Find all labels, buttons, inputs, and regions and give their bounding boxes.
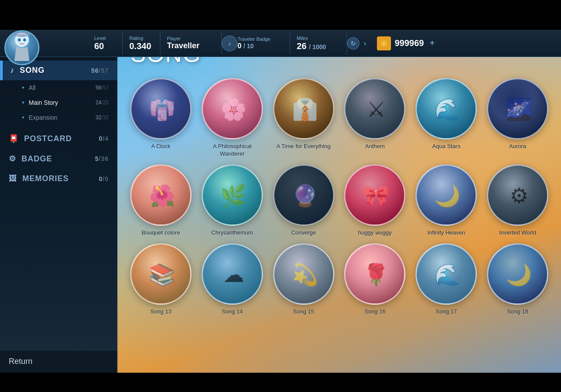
traveler-badge-value: 0 / 10 bbox=[238, 42, 281, 50]
postcard-nav-label: POSTCARD bbox=[24, 134, 72, 143]
memories-nav-count: 0/0 bbox=[99, 175, 109, 182]
song-name-anthem: Anthem bbox=[365, 143, 385, 150]
traveler-badge-label: Traveler Badge bbox=[238, 36, 281, 42]
song-circle-row3-6: 🌙 bbox=[487, 243, 548, 305]
song-circle-infinity: 🌙 bbox=[415, 164, 477, 226]
sidebar-item-badge[interactable]: ⚙ BADGE 5/36 bbox=[0, 149, 117, 169]
svg-text:🔮: 🔮 bbox=[292, 183, 318, 208]
song-item-huggy[interactable]: 🎀 huggy wuggy bbox=[342, 164, 407, 237]
svg-point-3 bbox=[18, 38, 21, 41]
song-circle-a-clock: 👘 bbox=[130, 78, 192, 139]
song-sub-nav: All 56/57 Main Story 24/25 Expansion 32/… bbox=[0, 80, 117, 125]
badge-nav-count: 5/36 bbox=[95, 155, 109, 162]
sidebar-item-expansion[interactable]: Expansion 32/32 bbox=[9, 110, 117, 125]
miles-label: Miles bbox=[297, 36, 340, 41]
song-nav-label: SONG bbox=[20, 66, 45, 75]
svg-text:🌺: 🌺 bbox=[149, 183, 175, 208]
song-item-converge[interactable]: 🔮 Converge bbox=[271, 164, 336, 237]
song-name-bouquet: Bouquet colore bbox=[142, 229, 180, 237]
sidebar-item-memories[interactable]: 🖼 MEMORIES 0/0 bbox=[0, 169, 117, 189]
song-name-row3-5: Song 17 bbox=[436, 308, 457, 316]
svg-text:☁: ☁ bbox=[223, 263, 244, 286]
song-item-row3-3[interactable]: 💫 Song 15 bbox=[271, 243, 336, 316]
arrow-right-btn[interactable]: › bbox=[359, 39, 370, 47]
song-name-aqua-stars: Aqua Stars bbox=[432, 143, 460, 150]
player-stat: Player Traveller bbox=[160, 32, 222, 54]
header-stats: Level 60 Rating 0.340 Player Traveller ♪… bbox=[88, 30, 441, 57]
svg-text:👘: 👘 bbox=[149, 97, 175, 122]
header-bar: Level 60 Rating 0.340 Player Traveller ♪… bbox=[0, 30, 561, 57]
song-item-row3-4[interactable]: 🌹 Song 16 bbox=[342, 243, 407, 316]
sidebar-item-postcard[interactable]: 📮 POSTCARD 0/4 bbox=[0, 128, 117, 149]
refresh-icon-btn[interactable]: ↻ bbox=[347, 37, 359, 50]
song-item-row3-1[interactable]: 📚 Song 13 bbox=[128, 243, 193, 316]
svg-text:🌊: 🌊 bbox=[434, 97, 461, 122]
song-circle-row3-4: 🌹 bbox=[344, 243, 405, 305]
song-item-row3-6[interactable]: 🌙 Song 18 bbox=[485, 243, 550, 316]
all-count: 56/57 bbox=[96, 85, 109, 91]
traveler-badge-stat: Traveler Badge 0 / 10 bbox=[238, 33, 290, 53]
song-item-chrysanthemum[interactable]: 🌿 Chrysanthemum bbox=[200, 164, 265, 237]
level-stat: Level 60 bbox=[88, 32, 123, 55]
sidebar-item-all[interactable]: All 56/57 bbox=[9, 80, 117, 95]
svg-text:⚙: ⚙ bbox=[510, 184, 529, 207]
song-item-anthem[interactable]: ⚔ Anthem bbox=[342, 78, 407, 158]
badge-nav-label: BADGE bbox=[21, 154, 52, 164]
svg-text:✓: ✓ bbox=[382, 41, 386, 46]
avatar[interactable] bbox=[4, 30, 39, 65]
song-name-philosophical: A Philosophical Wanderer bbox=[202, 143, 263, 158]
song-name-a-time: A Time for Everything bbox=[277, 143, 331, 150]
rating-value: 0.340 bbox=[129, 41, 151, 51]
level-value: 60 bbox=[94, 41, 114, 51]
music-icon-btn[interactable]: ♪ bbox=[222, 36, 238, 51]
song-name-converge: Converge bbox=[291, 229, 316, 237]
song-circle-philosophical: 🌸 bbox=[202, 78, 263, 139]
song-item-row3-5[interactable]: 🌊 Song 17 bbox=[414, 243, 479, 316]
return-button[interactable]: Return bbox=[0, 350, 117, 373]
sidebar-item-main-story[interactable]: Main Story 24/25 bbox=[9, 95, 117, 110]
song-name-chrysanthemum: Chrysanthemum bbox=[211, 229, 253, 237]
miles-value: 26 / 1000 bbox=[297, 41, 340, 51]
return-label: Return bbox=[9, 357, 32, 366]
song-item-aqua-stars[interactable]: 🌊 Aqua Stars bbox=[414, 78, 479, 158]
svg-text:💫: 💫 bbox=[292, 262, 318, 287]
bottom-bar bbox=[0, 373, 561, 392]
svg-text:🌹: 🌹 bbox=[363, 262, 389, 287]
all-label: All bbox=[29, 84, 36, 91]
song-item-philosophical[interactable]: 🌸 A Philosophical Wanderer bbox=[200, 78, 265, 158]
song-item-bouquet[interactable]: 🌺 Bouquet colore bbox=[128, 164, 193, 237]
main-content: ♪ SONG 56/57 All 56/57 Main Story 24/25 … bbox=[0, 30, 561, 373]
song-item-inverted[interactable]: ⚙ Inverted World bbox=[485, 164, 550, 237]
player-label: Player bbox=[167, 36, 213, 41]
song-circle-anthem: ⚔ bbox=[344, 78, 405, 139]
song-name-infinity: Infinity Heaven bbox=[427, 229, 465, 237]
song-item-a-clock[interactable]: 👘 A Clock bbox=[128, 78, 193, 158]
add-credits-btn[interactable]: + bbox=[430, 38, 435, 48]
credits-value: 999969 bbox=[394, 38, 424, 48]
song-circle-aqua-stars: 🌊 bbox=[415, 78, 477, 139]
expansion-count: 32/32 bbox=[96, 114, 109, 121]
song-item-row3-2[interactable]: ☁ Song 14 bbox=[200, 243, 265, 316]
memories-nav-label: MEMORIES bbox=[22, 174, 69, 183]
rating-label: Rating bbox=[129, 36, 151, 41]
song-name-aurora: Aurora bbox=[509, 143, 526, 150]
svg-text:🎀: 🎀 bbox=[363, 183, 389, 208]
song-item-infinity[interactable]: 🌙 Infinity Heaven bbox=[414, 164, 479, 237]
rating-stat: Rating 0.340 bbox=[123, 32, 160, 55]
sidebar: ♪ SONG 56/57 All 56/57 Main Story 24/25 … bbox=[0, 30, 117, 373]
song-item-a-time[interactable]: 👔 A Time for Everything bbox=[271, 78, 336, 158]
song-name-row3-3: Song 15 bbox=[293, 308, 314, 316]
svg-point-4 bbox=[23, 38, 26, 41]
song-name-row3-1: Song 13 bbox=[150, 308, 171, 316]
credits-stat: ✓ 999969 + bbox=[370, 33, 441, 54]
song-name-inverted: Inverted World bbox=[499, 229, 536, 237]
song-nav-count: 56/57 bbox=[91, 67, 109, 74]
song-circle-inverted: ⚙ bbox=[487, 164, 548, 226]
song-item-aurora[interactable]: 🌌 Aurora bbox=[485, 78, 550, 158]
song-name-row3-2: Song 14 bbox=[222, 308, 243, 316]
level-label: Level bbox=[94, 36, 114, 41]
svg-text:🌸: 🌸 bbox=[220, 97, 247, 122]
svg-text:🌙: 🌙 bbox=[506, 262, 532, 287]
credits-icon: ✓ bbox=[377, 36, 391, 50]
song-circle-row3-5: 🌊 bbox=[415, 243, 477, 305]
